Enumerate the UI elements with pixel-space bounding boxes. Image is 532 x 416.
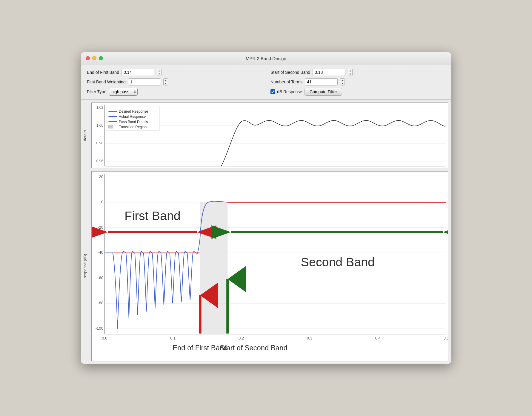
db-response-checkbox[interactable] xyxy=(270,89,275,94)
first-band-weighting-label: First Band Weighting xyxy=(87,79,126,84)
svg-text:-20: -20 xyxy=(98,225,103,230)
filter-type-label: Filter Type xyxy=(87,89,106,94)
svg-text:0.5: 0.5 xyxy=(444,336,448,340)
svg-text:-40: -40 xyxy=(98,250,103,255)
svg-text:-60: -60 xyxy=(98,276,103,280)
filter-type-row: Filter Type low pass high pass band pass… xyxy=(87,88,262,96)
main-chart-container: 20 0 -20 -40 -60 -80 -100 xyxy=(91,171,448,361)
first-band-weighting-input[interactable] xyxy=(128,78,161,85)
maximize-button[interactable] xyxy=(99,56,103,60)
number-of-terms-up[interactable]: ▲ xyxy=(340,79,345,82)
svg-rect-17 xyxy=(108,125,113,128)
number-of-terms-input[interactable] xyxy=(305,78,338,85)
end-first-band-up[interactable]: ▲ xyxy=(157,69,161,72)
number-of-terms-stepper[interactable]: ▲ ▼ xyxy=(340,78,345,85)
db-response-wrapper[interactable]: dB Response xyxy=(270,89,302,94)
svg-text:1.00: 1.00 xyxy=(96,123,104,128)
start-second-band-down[interactable]: ▼ xyxy=(348,72,352,76)
filter-type-select-wrapper[interactable]: low pass high pass band pass band stop ⬍ xyxy=(109,88,138,96)
svg-text:0.96: 0.96 xyxy=(96,159,104,163)
svg-text:0.0: 0.0 xyxy=(102,336,107,340)
svg-rect-41 xyxy=(200,202,227,334)
titlebar: MPR 2 Band Design xyxy=(81,52,451,65)
svg-text:Transition Region: Transition Region xyxy=(119,125,147,129)
svg-text:Actual Response: Actual Response xyxy=(119,114,146,119)
start-second-band-up[interactable]: ▲ xyxy=(348,69,352,72)
close-button[interactable] xyxy=(86,56,90,60)
svg-text:0.3: 0.3 xyxy=(307,336,312,340)
application-window: MPR 2 Band Design End of First Band ▲ ▼ … xyxy=(81,52,451,364)
svg-text:0.1: 0.1 xyxy=(170,336,176,340)
svg-text:0.98: 0.98 xyxy=(96,141,104,145)
svg-text:-100: -100 xyxy=(96,326,103,331)
first-band-weighting-row: First Band Weighting ▲ ▼ xyxy=(87,78,262,85)
first-band-weighting-stepper[interactable]: ▲ ▼ xyxy=(163,78,168,85)
number-of-terms-down[interactable]: ▼ xyxy=(340,82,345,85)
end-first-band-stepper[interactable]: ▲ ▼ xyxy=(157,69,162,76)
filter-type-select[interactable]: low pass high pass band pass band stop xyxy=(109,88,138,96)
traffic-lights xyxy=(86,56,103,60)
start-second-band-label: Start of Second Band xyxy=(270,70,310,75)
svg-text:Desired Response: Desired Response xyxy=(119,109,148,114)
svg-text:Second Band: Second Band xyxy=(301,255,375,269)
svg-text:1.02: 1.02 xyxy=(96,105,104,110)
db-response-label: dB Response xyxy=(277,89,302,94)
number-of-terms-row: Number of Terms ▲ ▼ xyxy=(270,78,445,85)
controls-panel: End of First Band ▲ ▼ Start of Second Ba… xyxy=(81,65,451,100)
end-first-band-row: End of First Band ▲ ▼ xyxy=(87,69,262,76)
detail-chart-y-label: details xyxy=(81,103,90,168)
detail-chart: details 1.02 1.00 0.98 0.96 xyxy=(81,103,448,168)
db-response-row: dB Response Compute Filter xyxy=(270,88,445,96)
svg-text:-80: -80 xyxy=(98,301,103,305)
svg-text:Start of Second Band: Start of Second Band xyxy=(220,344,287,352)
number-of-terms-label: Number of Terms xyxy=(270,79,302,84)
start-second-band-input[interactable] xyxy=(313,69,345,76)
charts-area: details 1.02 1.00 0.98 0.96 xyxy=(81,100,451,364)
start-second-band-row: Start of Second Band ▲ ▼ xyxy=(270,69,445,76)
minimize-button[interactable] xyxy=(92,56,96,60)
main-chart-svg: 20 0 -20 -40 -60 -80 -100 xyxy=(92,172,448,361)
svg-text:0.4: 0.4 xyxy=(375,336,381,340)
svg-text:Pass Band Details: Pass Band Details xyxy=(119,120,148,124)
detail-chart-svg: 1.02 1.00 0.98 0.96 xyxy=(92,103,448,168)
svg-text:20: 20 xyxy=(99,175,103,179)
end-first-band-down[interactable]: ▼ xyxy=(157,72,161,76)
svg-text:First Band: First Band xyxy=(124,209,181,223)
end-first-band-input[interactable] xyxy=(122,69,154,76)
main-chart-y-label: response (dB) xyxy=(81,171,90,361)
svg-text:0.2: 0.2 xyxy=(239,336,244,340)
svg-text:0: 0 xyxy=(101,200,103,204)
window-title: MPR 2 Band Design xyxy=(246,56,286,61)
main-chart: response (dB) 20 0 -20 -40 -60 -80 -100 xyxy=(81,171,448,361)
first-band-weighting-up[interactable]: ▲ xyxy=(164,79,168,82)
start-second-band-stepper[interactable]: ▲ ▼ xyxy=(348,69,353,76)
svg-text:End of First Band: End of First Band xyxy=(173,344,227,352)
detail-chart-container: 1.02 1.00 0.98 0.96 xyxy=(91,103,448,168)
compute-filter-button[interactable]: Compute Filter xyxy=(305,88,342,96)
first-band-weighting-down[interactable]: ▼ xyxy=(164,82,168,85)
end-first-band-label: End of First Band xyxy=(87,70,119,75)
